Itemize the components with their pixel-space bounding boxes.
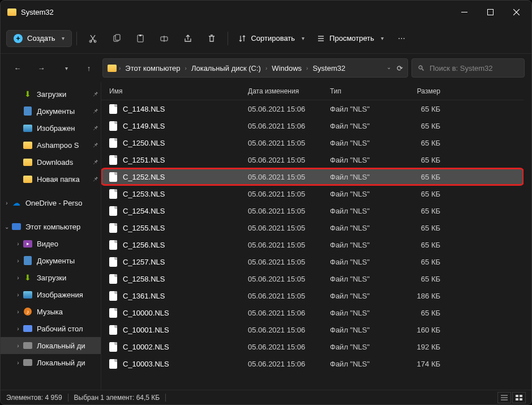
sidebar-item[interactable]: ›Рабочий стол xyxy=(1,320,101,337)
more-button[interactable]: ⋯ xyxy=(391,28,413,49)
window-title: System32 xyxy=(21,8,451,16)
search-input[interactable] xyxy=(430,64,525,73)
recent-button[interactable]: ▾ xyxy=(55,58,75,78)
breadcrumb[interactable]: Windows xyxy=(269,63,304,74)
file-row[interactable]: C_10001.NLS 05.06.2021 15:06 Файл "NLS" … xyxy=(101,321,524,338)
file-row[interactable]: C_10003.NLS 05.06.2021 15:06 Файл "NLS" … xyxy=(101,355,524,372)
file-size: 65 КБ xyxy=(395,224,440,232)
file-name: C_10002.NLS xyxy=(123,343,169,351)
file-type: Файл "NLS" xyxy=(330,105,395,113)
forward-button[interactable]: → xyxy=(31,58,52,78)
sidebar-item[interactable]: Ashampoo S📌︎ xyxy=(1,137,101,154)
search-box[interactable]: 🔍︎ xyxy=(411,58,525,78)
sidebar-item[interactable]: Изображен📌︎ xyxy=(1,120,101,137)
file-row[interactable]: C_10002.NLS 05.06.2021 15:06 Файл "NLS" … xyxy=(101,338,524,355)
file-row[interactable]: C_1253.NLS 05.06.2021 15:05 Файл "NLS" 6… xyxy=(101,185,524,202)
file-row[interactable]: C_1258.NLS 05.06.2021 15:05 Файл "NLS" 6… xyxy=(101,270,524,287)
file-name: C_1253.NLS xyxy=(123,190,165,198)
file-row[interactable]: C_1257.NLS 05.06.2021 15:05 Файл "NLS" 6… xyxy=(101,253,524,270)
paste-button[interactable] xyxy=(129,28,152,49)
file-row[interactable]: C_1149.NLS 05.06.2021 15:06 Файл "NLS" 6… xyxy=(101,117,524,134)
file-name: C_1257.NLS xyxy=(123,258,165,266)
file-name: C_1258.NLS xyxy=(123,275,165,283)
col-type[interactable]: Тип xyxy=(330,87,395,95)
copy-button[interactable] xyxy=(105,28,128,49)
refresh-button[interactable]: ⟳ xyxy=(397,64,403,73)
file-row[interactable]: C_1252.NLS 05.06.2021 15:05 Файл "NLS" 6… xyxy=(101,168,524,185)
file-row[interactable]: C_10000.NLS 05.06.2021 15:06 Файл "NLS" … xyxy=(101,304,524,321)
up-button[interactable]: ↑ xyxy=(79,58,99,78)
breadcrumb[interactable]: System32 xyxy=(310,63,347,74)
sidebar-item-onedrive[interactable]: ›☁OneDrive - Perso xyxy=(1,194,101,211)
file-size: 160 КБ xyxy=(395,326,440,334)
sidebar-item[interactable]: ›Документы xyxy=(1,252,101,269)
chevron-down-icon[interactable]: ⌄ xyxy=(387,64,391,73)
sidebar-item[interactable]: Документы📌︎ xyxy=(1,103,101,120)
sidebar-item-pc[interactable]: ⌄Этот компьютер xyxy=(1,218,101,235)
sidebar-item[interactable]: ›⬇Загрузки xyxy=(1,269,101,286)
address-bar[interactable]: › Этот компьютер › Локальный диск (C:) ›… xyxy=(102,58,408,78)
sidebar-item[interactable]: ›Локальный ди xyxy=(1,354,101,371)
file-name: C_1254.NLS xyxy=(123,207,165,215)
back-button[interactable]: ← xyxy=(7,58,28,78)
file-row[interactable]: C_1148.NLS 05.06.2021 15:06 Файл "NLS" 6… xyxy=(101,100,524,117)
close-button[interactable] xyxy=(503,1,529,23)
view-button[interactable]: Просмотреть ▾ xyxy=(311,31,389,46)
file-name: C_10003.NLS xyxy=(123,360,169,368)
file-row[interactable]: C_1256.NLS 05.06.2021 15:05 Файл "NLS" 6… xyxy=(101,236,524,253)
view-icon xyxy=(317,35,325,42)
breadcrumb[interactable]: Этот компьютер xyxy=(123,63,182,74)
pin-icon: 📌︎ xyxy=(92,91,98,97)
sidebar-item[interactable]: ›♪Музыка xyxy=(1,303,101,320)
file-row[interactable]: C_1361.NLS 05.06.2021 15:05 Файл "NLS" 1… xyxy=(101,287,524,304)
chevron-down-icon: ⌄ xyxy=(3,224,11,230)
file-size: 174 КБ xyxy=(395,360,440,368)
file-type: Файл "NLS" xyxy=(330,326,395,334)
sidebar-item-label: Документы xyxy=(37,257,75,265)
col-date[interactable]: Дата изменения xyxy=(248,87,330,95)
sidebar-item[interactable]: ›Изображения xyxy=(1,286,101,303)
file-type: Файл "NLS" xyxy=(330,343,395,351)
file-icon xyxy=(109,155,117,165)
maximize-button[interactable] xyxy=(477,1,503,23)
file-row[interactable]: C_1254.NLS 05.06.2021 15:05 Файл "NLS" 6… xyxy=(101,202,524,219)
delete-button[interactable] xyxy=(200,28,223,49)
sidebar-item-label: Загрузки xyxy=(37,274,66,282)
sidebar-item[interactable]: ⬇Загрузки📌︎ xyxy=(1,86,101,103)
column-headers: Имя Дата изменения Тип Размер xyxy=(101,82,524,100)
breadcrumb[interactable]: Локальный диск (C:) xyxy=(189,63,263,74)
sidebar-item[interactable]: ›▸Видео xyxy=(1,235,101,252)
sidebar-item[interactable]: Downloads📌︎ xyxy=(1,154,101,170)
file-row[interactable]: C_1250.NLS 05.06.2021 15:05 Файл "NLS" 6… xyxy=(101,134,524,151)
col-name[interactable]: Имя xyxy=(109,87,248,95)
rename-button[interactable] xyxy=(153,28,175,49)
file-name: C_1256.NLS xyxy=(123,241,165,249)
file-date: 05.06.2021 15:05 xyxy=(248,190,330,198)
sidebar-item-label: OneDrive - Perso xyxy=(25,199,82,207)
minimize-button[interactable] xyxy=(451,1,477,23)
cut-button[interactable] xyxy=(81,28,104,49)
col-size[interactable]: Размер xyxy=(395,87,440,95)
file-icon xyxy=(109,274,117,284)
file-name: C_10001.NLS xyxy=(123,326,169,334)
details-view-button[interactable] xyxy=(497,392,511,403)
svg-rect-11 xyxy=(516,398,518,400)
share-button[interactable] xyxy=(177,28,199,49)
file-row[interactable]: C_1255.NLS 05.06.2021 15:05 Файл "NLS" 6… xyxy=(101,219,524,236)
file-icon xyxy=(109,325,117,335)
file-icon xyxy=(109,138,117,148)
file-type: Файл "NLS" xyxy=(330,275,395,283)
file-type: Файл "NLS" xyxy=(330,292,395,300)
thumb-view-button[interactable] xyxy=(512,392,526,403)
file-row[interactable]: C_1251.NLS 05.06.2021 15:05 Файл "NLS" 6… xyxy=(101,151,524,168)
chevron-right-icon: › xyxy=(14,258,22,264)
file-size: 65 КБ xyxy=(395,139,440,147)
sort-icon xyxy=(238,35,246,42)
sidebar-item[interactable]: ›Локальный ди xyxy=(1,337,101,354)
new-button[interactable]: + Создать ▾ xyxy=(6,30,72,47)
sort-button[interactable]: Сортировать ▾ xyxy=(233,31,310,46)
scrollbar[interactable] xyxy=(524,82,531,390)
sort-label: Сортировать xyxy=(251,34,295,42)
sidebar-item[interactable]: Новая папка📌︎ xyxy=(1,170,101,187)
svg-rect-5 xyxy=(115,35,120,40)
